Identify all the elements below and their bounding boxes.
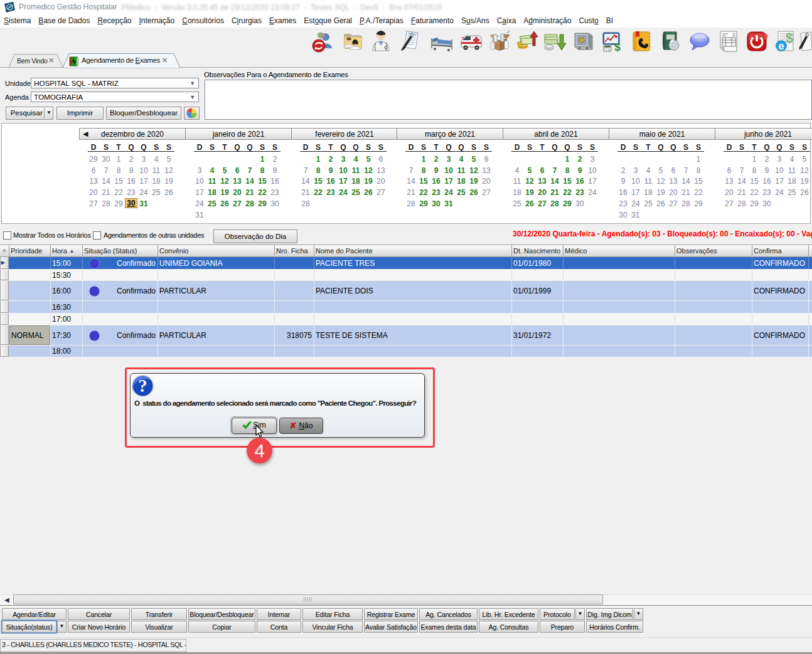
svg-text:?: ? [138, 376, 147, 396]
svg-text:$: $ [614, 41, 621, 53]
svg-text:e: e [778, 40, 784, 52]
svg-text:$: $ [786, 30, 793, 46]
